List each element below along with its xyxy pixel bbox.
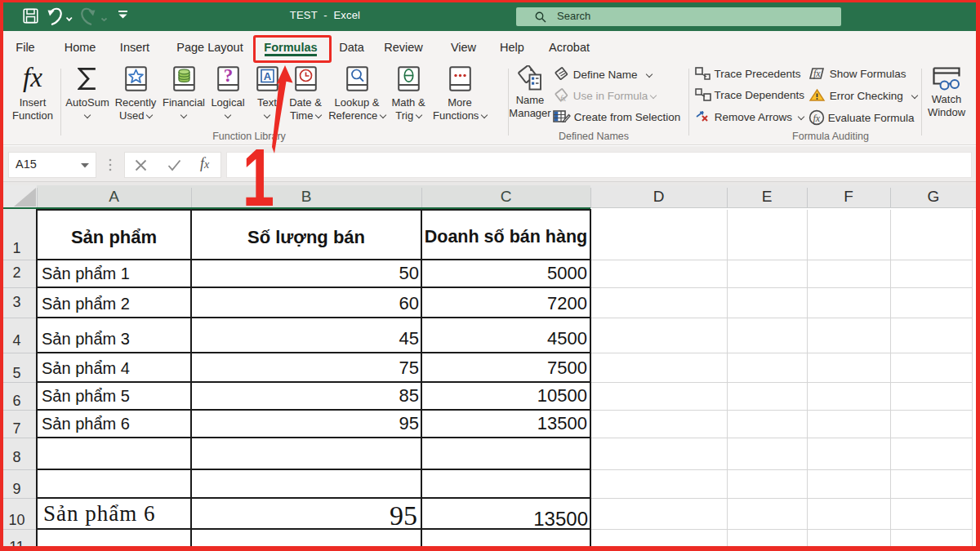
svg-text:fx: fx [560,94,567,103]
svg-text:fx: fx [813,68,821,79]
svg-text:fx: fx [813,113,821,124]
svg-text:?: ? [223,66,233,86]
